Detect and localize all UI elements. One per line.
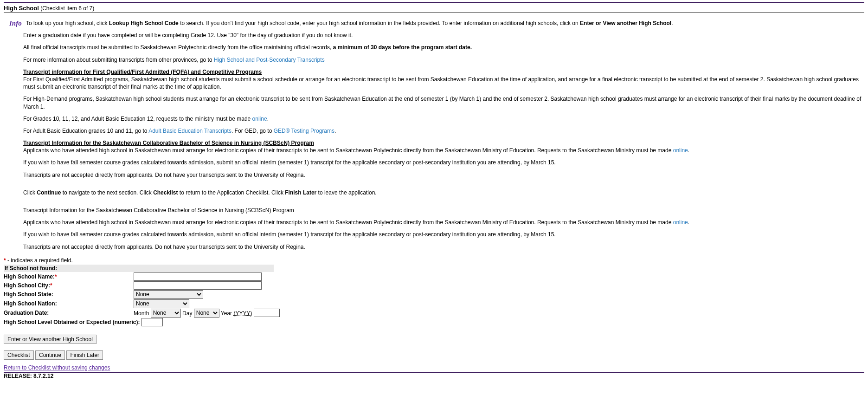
hs-state-label: High School State:	[4, 291, 134, 298]
ged-link[interactable]: GED® Testing Programs	[274, 128, 334, 134]
online-link-2[interactable]: online	[673, 147, 688, 154]
hs-nation-label: High School Nation:	[4, 300, 134, 307]
hs-name-label: High School Name:	[4, 273, 55, 280]
year-hint: (YYYY)	[233, 310, 252, 316]
month-label: Month	[134, 310, 149, 316]
grad-day-select[interactable]: None	[194, 309, 219, 318]
grad-date-label: Graduation Date:	[4, 310, 134, 316]
checklist-button[interactable]: Checklist	[4, 350, 34, 360]
grad-month-select[interactable]: None	[151, 309, 181, 318]
abe-transcripts-link[interactable]: Adult Basic Education Transcripts	[148, 128, 231, 134]
info-p6: For High-Demand programs, Saskatchewan h…	[23, 95, 864, 110]
hs-city-label: High School City:	[4, 282, 50, 289]
enter-view-another-button[interactable]: Enter or View another High School	[4, 335, 96, 344]
page-subtitle: (Checklist item 6 of 7)	[40, 5, 94, 12]
info-p1: To look up your high school, click Looku…	[26, 19, 858, 27]
info-p12: Click Continue to navigate to the next s…	[23, 189, 864, 196]
online-link-3[interactable]: online	[673, 219, 688, 226]
info-p4: For more information about submitting tr…	[23, 56, 864, 64]
info-p5: For First Qualified/First Admitted progr…	[23, 76, 864, 91]
info-p9: Applicants who have attended high school…	[23, 147, 864, 154]
info-p14: Applicants who have attended high school…	[23, 219, 864, 226]
info-p3: All final official transcripts must be s…	[23, 44, 864, 51]
info-p10: If you wish to have fall semester course…	[23, 159, 864, 166]
info-p13: Transcript Information for the Saskatche…	[23, 207, 864, 214]
hs-level-input[interactable]	[141, 318, 163, 326]
heading-fqfa: Transcript information for First Qualifi…	[23, 69, 262, 75]
info-icon-label: Info	[9, 19, 22, 27]
required-note: * - indicates a required field.	[4, 257, 864, 264]
info-p2: Enter a graduation date if you have comp…	[23, 32, 864, 39]
release-label: RELEASE: 8.7.2.12	[4, 372, 864, 379]
info-p15: If you wish to have fall semester course…	[23, 231, 864, 238]
section-if-not-found: If School not found:	[4, 265, 274, 272]
info-p8: For Adult Basic Education grades 10 and …	[23, 127, 864, 135]
transcripts-link[interactable]: High School and Post-Secondary Transcrip…	[214, 57, 325, 63]
online-link-1[interactable]: online	[252, 116, 267, 122]
hs-level-label: High School Level Obtained or Expected (…	[4, 319, 140, 325]
hs-city-input[interactable]	[134, 281, 262, 290]
info-p7: For Grades 10, 11, 12, and Adult Basic E…	[23, 115, 864, 123]
info-p16: Transcripts are not accepted directly fr…	[23, 243, 864, 251]
hs-name-input[interactable]	[134, 272, 262, 281]
finish-later-button[interactable]: Finish Later	[66, 350, 103, 360]
page-title: High School	[4, 5, 39, 12]
day-label: Day	[182, 310, 192, 316]
hs-state-select[interactable]: None	[134, 290, 203, 299]
hs-nation-select[interactable]: None	[134, 299, 189, 308]
year-label: Year	[221, 310, 232, 316]
continue-button[interactable]: Continue	[35, 350, 65, 360]
return-without-saving-link[interactable]: Return to Checklist without saving chang…	[4, 364, 110, 371]
heading-scbscn: Transcript Information for the Saskatche…	[23, 140, 314, 146]
grad-year-input[interactable]	[254, 309, 280, 317]
page-header: High School (Checklist item 6 of 7)	[4, 3, 864, 13]
info-p11: Transcripts are not accepted directly fr…	[23, 171, 864, 179]
